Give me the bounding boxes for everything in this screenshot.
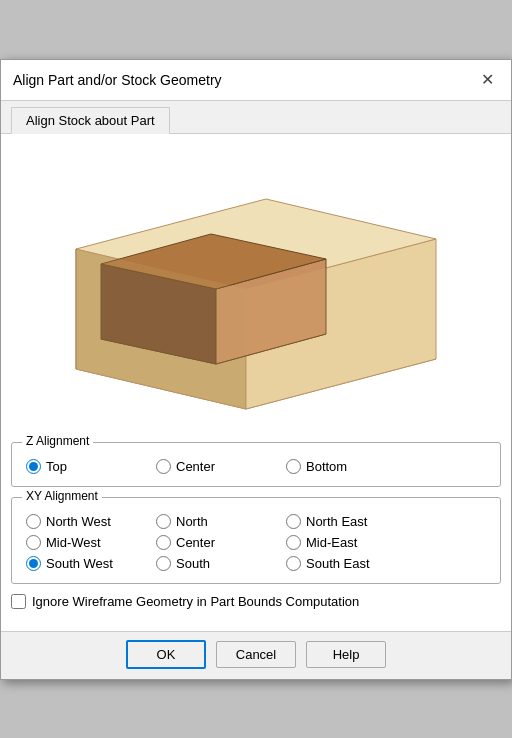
xy-alignment-group: XY Alignment North West North North East — [11, 497, 501, 584]
xy-radio-nw[interactable]: North West — [26, 514, 126, 529]
xy-radio-mw[interactable]: Mid-West — [26, 535, 126, 550]
z-radio-center[interactable]: Center — [156, 459, 256, 474]
help-button[interactable]: Help — [306, 641, 386, 668]
xy-radio-ne[interactable]: North East — [286, 514, 386, 529]
z-radio-top-input[interactable] — [26, 459, 41, 474]
xy-radio-n-input[interactable] — [156, 514, 171, 529]
cancel-button[interactable]: Cancel — [216, 641, 296, 668]
xy-radio-mw-input[interactable] — [26, 535, 41, 550]
ignore-wireframe-checkbox-row[interactable]: Ignore Wireframe Geometry in Part Bounds… — [11, 594, 501, 609]
xy-radio-se-label: South East — [306, 556, 370, 571]
close-button[interactable]: ✕ — [475, 68, 499, 92]
z-radio-top[interactable]: Top — [26, 459, 126, 474]
xy-radio-me-label: Mid-East — [306, 535, 357, 550]
z-radio-bottom-input[interactable] — [286, 459, 301, 474]
xy-row-mid: Mid-West Center Mid-East — [26, 535, 486, 550]
tab-bar: Align Stock about Part — [1, 101, 511, 134]
ignore-wireframe-label: Ignore Wireframe Geometry in Part Bounds… — [32, 594, 359, 609]
xy-radio-se-input[interactable] — [286, 556, 301, 571]
xy-radio-n-label: North — [176, 514, 208, 529]
xy-radio-me[interactable]: Mid-East — [286, 535, 386, 550]
z-radio-bottom[interactable]: Bottom — [286, 459, 386, 474]
z-radio-top-label: Top — [46, 459, 67, 474]
xy-radio-sw-input[interactable] — [26, 556, 41, 571]
xy-radio-c[interactable]: Center — [156, 535, 256, 550]
xy-radio-s[interactable]: South — [156, 556, 256, 571]
3d-preview-svg — [46, 149, 466, 429]
xy-radio-c-input[interactable] — [156, 535, 171, 550]
preview-area — [11, 144, 501, 434]
tab-align-stock[interactable]: Align Stock about Part — [11, 107, 170, 134]
z-radio-bottom-label: Bottom — [306, 459, 347, 474]
xy-row-south: South West South South East — [26, 556, 486, 571]
xy-radio-mw-label: Mid-West — [46, 535, 101, 550]
xy-radio-sw-label: South West — [46, 556, 113, 571]
z-alignment-label: Z Alignment — [22, 434, 93, 448]
xy-radio-c-label: Center — [176, 535, 215, 550]
xy-radio-n[interactable]: North — [156, 514, 256, 529]
title-bar: Align Part and/or Stock Geometry ✕ — [1, 60, 511, 101]
xy-radio-s-input[interactable] — [156, 556, 171, 571]
xy-row-north: North West North North East — [26, 514, 486, 529]
z-alignment-group: Z Alignment Top Center Bottom — [11, 442, 501, 487]
button-row: OK Cancel Help — [1, 631, 511, 679]
main-content: Z Alignment Top Center Bottom XY Alignme… — [1, 134, 511, 631]
xy-radio-sw[interactable]: South West — [26, 556, 126, 571]
xy-radio-ne-label: North East — [306, 514, 367, 529]
xy-radio-nw-label: North West — [46, 514, 111, 529]
xy-radio-s-label: South — [176, 556, 210, 571]
z-radio-center-input[interactable] — [156, 459, 171, 474]
xy-radio-ne-input[interactable] — [286, 514, 301, 529]
xy-radio-me-input[interactable] — [286, 535, 301, 550]
dialog-title: Align Part and/or Stock Geometry — [13, 72, 222, 88]
xy-radio-nw-input[interactable] — [26, 514, 41, 529]
z-alignment-row: Top Center Bottom — [26, 459, 486, 474]
xy-radio-se[interactable]: South East — [286, 556, 386, 571]
ignore-wireframe-checkbox[interactable] — [11, 594, 26, 609]
z-radio-center-label: Center — [176, 459, 215, 474]
xy-alignment-label: XY Alignment — [22, 489, 102, 503]
ok-button[interactable]: OK — [126, 640, 206, 669]
dialog: Align Part and/or Stock Geometry ✕ Align… — [0, 59, 512, 680]
